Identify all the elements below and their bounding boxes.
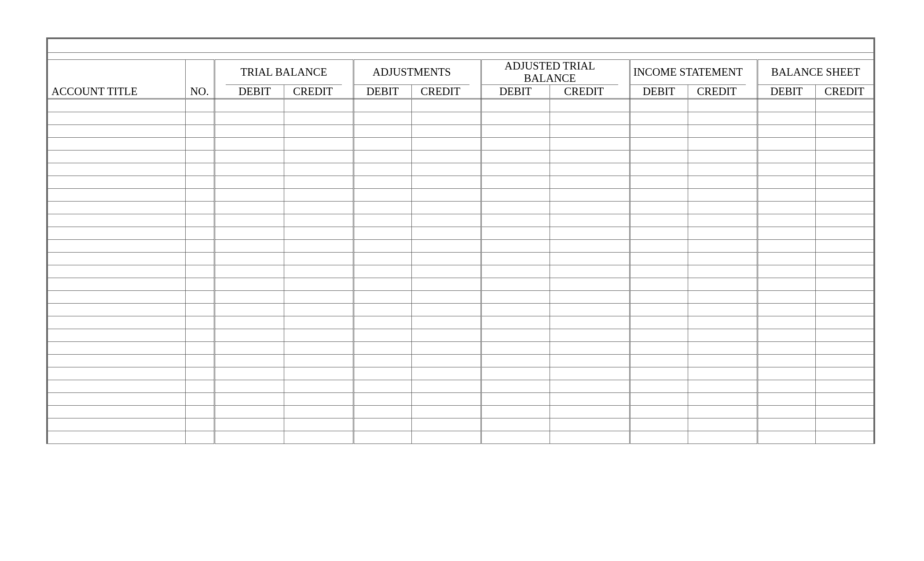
table-row bbox=[48, 189, 873, 202]
col-is-debit: DEBIT bbox=[630, 85, 688, 99]
col-no: NO. bbox=[185, 85, 214, 99]
table-row bbox=[48, 227, 873, 240]
table-row bbox=[48, 163, 873, 176]
table-row bbox=[48, 253, 873, 265]
table-row bbox=[48, 355, 873, 367]
table-row bbox=[48, 176, 873, 189]
table-row bbox=[48, 138, 873, 150]
table-row bbox=[48, 291, 873, 304]
table-row bbox=[48, 342, 873, 355]
col-account-title: ACCOUNT TITLE bbox=[48, 85, 185, 99]
col-adj-debit: DEBIT bbox=[353, 85, 411, 99]
worksheet-table: TRIAL BALANCE ADJUSTMENTS ADJUSTED TRIAL… bbox=[48, 39, 873, 444]
table-row bbox=[48, 418, 873, 431]
col-tb-debit: DEBIT bbox=[226, 85, 284, 99]
table-row bbox=[48, 202, 873, 214]
table-row bbox=[48, 214, 873, 227]
col-atb-debit: DEBIT bbox=[481, 85, 550, 99]
section-income-statement: INCOME STATEMENT bbox=[630, 60, 746, 85]
table-row bbox=[48, 431, 873, 444]
col-bs-debit: DEBIT bbox=[757, 85, 815, 99]
table-row bbox=[48, 367, 873, 380]
spacer-row bbox=[48, 53, 873, 60]
table-row bbox=[48, 278, 873, 291]
accounting-worksheet: TRIAL BALANCE ADJUSTMENTS ADJUSTED TRIAL… bbox=[46, 37, 875, 444]
table-row bbox=[48, 380, 873, 393]
col-is-credit: CREDIT bbox=[688, 85, 746, 99]
col-atb-credit: CREDIT bbox=[550, 85, 618, 99]
col-bs-credit: CREDIT bbox=[815, 85, 873, 99]
title-row bbox=[48, 39, 873, 53]
table-row bbox=[48, 304, 873, 316]
section-adjustments: ADJUSTMENTS bbox=[353, 60, 469, 85]
table-row bbox=[48, 316, 873, 329]
table-row bbox=[48, 265, 873, 278]
section-trial-balance: TRIAL BALANCE bbox=[226, 60, 342, 85]
table-row bbox=[48, 406, 873, 418]
table-row bbox=[48, 99, 873, 112]
table-row bbox=[48, 112, 873, 125]
column-header-row: ACCOUNT TITLE NO. DEBIT CREDIT DEBIT CRE… bbox=[48, 85, 873, 99]
table-row bbox=[48, 125, 873, 138]
table-row bbox=[48, 393, 873, 406]
section-adjusted-trial-balance: ADJUSTED TRIAL BALANCE bbox=[481, 60, 618, 85]
col-tb-credit: CREDIT bbox=[284, 85, 342, 99]
table-row bbox=[48, 150, 873, 163]
section-header-row: TRIAL BALANCE ADJUSTMENTS ADJUSTED TRIAL… bbox=[48, 60, 873, 85]
section-balance-sheet: BALANCE SHEET bbox=[757, 60, 873, 85]
table-row bbox=[48, 329, 873, 342]
table-row bbox=[48, 240, 873, 253]
col-adj-credit: CREDIT bbox=[411, 85, 469, 99]
